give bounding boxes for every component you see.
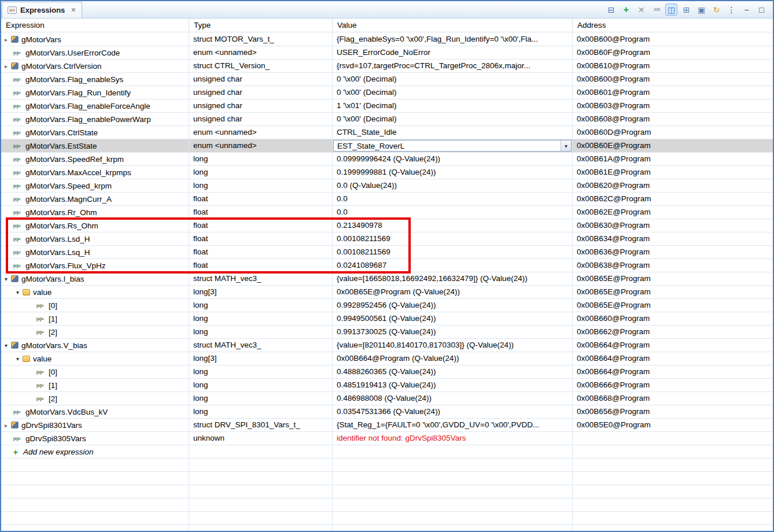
column-header-expression[interactable]: Expression — [1, 19, 189, 32]
variable-icon: (x)= — [11, 197, 23, 202]
address-cell: 0x00B65E@Program — [573, 272, 773, 285]
expression-cell — [1, 485, 189, 498]
table-row[interactable]: ▾valuelong[3]0x00B65E@Program (Q-Value(2… — [1, 286, 773, 299]
expression-label: [2] — [49, 328, 57, 337]
expression-label: gMotorVars.Speed_krpm — [25, 182, 112, 190]
open-new-view-icon[interactable]: ⊞ — [680, 3, 692, 16]
table-row[interactable] — [1, 498, 773, 512]
table-row[interactable]: (x)=gMotorVars.MaxAccel_krpmpslong0.1999… — [1, 166, 773, 179]
table-row[interactable]: ▾gMotorVars.V_biasstruct MATH_vec3_{valu… — [1, 339, 773, 352]
type-cell: enum <unnamed> — [189, 126, 333, 139]
table-row[interactable]: ▾valuelong[3]0x00B664@Program (Q-Value(2… — [1, 352, 773, 365]
minimize-icon[interactable]: − — [740, 3, 753, 16]
table-row[interactable]: (x)=gMotorVars.Rs_Ohmfloat0.2134909780x0… — [1, 219, 773, 232]
table-row[interactable]: (x)=[0]long0.4888260365 (Q-Value(24))0x0… — [1, 365, 773, 379]
table-row[interactable]: (x)=[1]long0.4851919413 (Q-Value(24))0x0… — [1, 379, 773, 392]
table-row[interactable]: ▸gMotorVars.CtrlVersionstruct CTRL_Versi… — [1, 60, 773, 73]
value-cell — [333, 525, 573, 531]
table-row[interactable]: (x)=gMotorVars.Flag_Run_Identifyunsigned… — [1, 86, 773, 99]
table-row[interactable]: (x)=gMotorVars.CtrlStateenum <unnamed>CT… — [1, 126, 773, 139]
variable-icon: (x)= — [11, 143, 23, 149]
table-row[interactable]: (x)=gMotorVars.EstStateenum <unnamed>EST… — [1, 139, 773, 153]
address-cell: 0x00B610@Program — [573, 60, 773, 72]
collapse-all-icon[interactable]: ⊟ — [605, 3, 617, 16]
table-row[interactable]: ▸gMotorVarsstruct MOTOR_Vars_t_{Flag_ena… — [1, 33, 773, 46]
address-cell: 0x00B608@Program — [573, 113, 773, 125]
variable-icon: (x)= — [11, 50, 23, 56]
expand-icon[interactable]: ▸ — [1, 63, 11, 69]
table-row[interactable]: (x)=gMotorVars.Lsd_Hfloat0.001082115690x… — [1, 232, 773, 246]
collapse-icon[interactable]: ▾ — [1, 342, 11, 349]
expression-cell: (x)=gMotorVars.Lsq_H — [1, 246, 189, 258]
value-cell: {value=[8201140,8140170,8170303]} (Q-Val… — [333, 339, 573, 352]
type-cell: float — [189, 219, 333, 232]
table-row[interactable]: (x)=gMotorVars.Flag_enableSysunsigned ch… — [1, 73, 773, 86]
address-cell: 0x00B634@Program — [573, 232, 773, 245]
close-icon[interactable]: ✕ — [71, 6, 76, 14]
refresh-icon[interactable]: ↻ — [710, 3, 723, 16]
collapse-icon[interactable]: ▾ — [1, 276, 11, 282]
table-row[interactable]: (x)=gMotorVars.SpeedRef_krpmlong0.099999… — [1, 153, 773, 166]
column-header-value[interactable]: Value — [333, 19, 573, 32]
table-row[interactable]: ▾gMotorVars.I_biasstruct MATH_vec3_{valu… — [1, 272, 773, 286]
expression-cell: (x)=gMotorVars.Lsd_H — [1, 232, 189, 245]
table-row[interactable]: (x)=gMotorVars.Flag_enableForceAngleunsi… — [1, 99, 773, 113]
table-row[interactable] — [1, 525, 773, 531]
remove-all-expressions-icon[interactable]: ✕✕ — [650, 3, 662, 16]
value-cell — [333, 498, 573, 511]
maximize-icon[interactable]: □ — [755, 3, 768, 16]
expression-label: gMotorVars.EstState — [25, 142, 97, 150]
table-row[interactable]: (x)=[2]long0.9913730025 (Q-Value(24))0x0… — [1, 326, 773, 339]
address-cell: 0x00B600@Program — [573, 33, 773, 46]
address-cell: 0x00B601@Program — [573, 86, 773, 99]
expression-cell — [1, 525, 189, 531]
view-menu-icon[interactable]: ⋮ — [725, 3, 738, 16]
table-row[interactable]: (x)=gMotorVars.UserErrorCodeenum <unname… — [1, 46, 773, 60]
expression-cell: (x)=gMotorVars.MaxAccel_krpmps — [1, 166, 189, 179]
expression-cell: (x)=gMotorVars.Flag_enableForceAngle — [1, 99, 189, 112]
value-cell: CTRL_State_Idle — [333, 126, 573, 139]
table-row[interactable]: (x)=[1]long0.9949500561 (Q-Value(24))0x0… — [1, 312, 773, 326]
variable-icon: (x)= — [11, 250, 23, 255]
column-header-type[interactable]: Type — [189, 19, 333, 32]
collapse-icon[interactable]: ▾ — [13, 289, 23, 295]
pin-view-icon[interactable]: ▣ — [695, 3, 707, 16]
show-type-names-icon[interactable]: ◫ — [665, 3, 677, 16]
expression-label: gMotorVars.SpeedRef_krpm — [25, 155, 124, 164]
table-row[interactable]: (x)=gMotorVars.Flag_enablePowerWarpunsig… — [1, 113, 773, 126]
table-row[interactable]: (x)=gMotorVars.Flux_VpHzfloat0.024108968… — [1, 259, 773, 272]
table-row[interactable] — [1, 459, 773, 472]
table-row[interactable] — [1, 512, 773, 525]
expression-cell — [1, 512, 189, 524]
expression-icon — [11, 62, 19, 69]
expression-cell: ▾gMotorVars.I_bias — [1, 272, 189, 285]
table-row[interactable]: (x)=[2]long0.486988008 (Q-Value(24))0x00… — [1, 392, 773, 405]
expression-label: gMotorVars.Rs_Ohm — [25, 221, 98, 230]
remove-expression-icon[interactable]: ✕ — [635, 3, 647, 16]
value-combobox[interactable]: EST_State_RoverL▾ — [333, 140, 572, 152]
table-row[interactable]: +Add new expression — [1, 445, 773, 459]
type-cell: unsigned char — [189, 86, 333, 99]
variable-icon: (x)= — [34, 370, 46, 375]
type-cell — [189, 459, 333, 471]
table-row[interactable]: (x)=gMotorVars.Speed_krpmlong0.0 (Q-Valu… — [1, 179, 773, 193]
column-header-address[interactable]: Address — [573, 19, 773, 32]
table-row[interactable] — [1, 485, 773, 498]
table-row[interactable]: (x)=gMotorVars.VdcBus_kVlong0.0354753136… — [1, 405, 773, 419]
table-row[interactable]: (x)=gDrvSpi8305Varsunknownidentifier not… — [1, 432, 773, 445]
table-row[interactable]: ▸gDrvSpi8301Varsstruct DRV_SPI_8301_Vars… — [1, 419, 773, 432]
expand-icon[interactable]: ▸ — [1, 422, 11, 428]
value-cell[interactable]: EST_State_RoverL▾ — [333, 139, 573, 152]
table-row[interactable] — [1, 472, 773, 485]
expand-icon[interactable]: ▸ — [1, 36, 11, 43]
table-row[interactable]: (x)=gMotorVars.MagnCurr_Afloat0.00x00B62… — [1, 193, 773, 206]
add-expression-icon[interactable]: + — [620, 3, 632, 16]
tab-expressions[interactable]: x= Expressions ✕ — [2, 2, 82, 18]
collapse-icon[interactable]: ▾ — [13, 356, 23, 362]
expression-icon — [11, 422, 19, 428]
table-row[interactable]: (x)=gMotorVars.Lsq_Hfloat0.001082115690x… — [1, 246, 773, 259]
dropdown-icon[interactable]: ▾ — [561, 141, 571, 151]
table-row[interactable]: (x)=gMotorVars.Rr_Ohmfloat0.00x00B62E@Pr… — [1, 206, 773, 219]
table-row[interactable]: (x)=[0]long0.9928952456 (Q-Value(24))0x0… — [1, 299, 773, 312]
address-cell — [573, 485, 773, 498]
